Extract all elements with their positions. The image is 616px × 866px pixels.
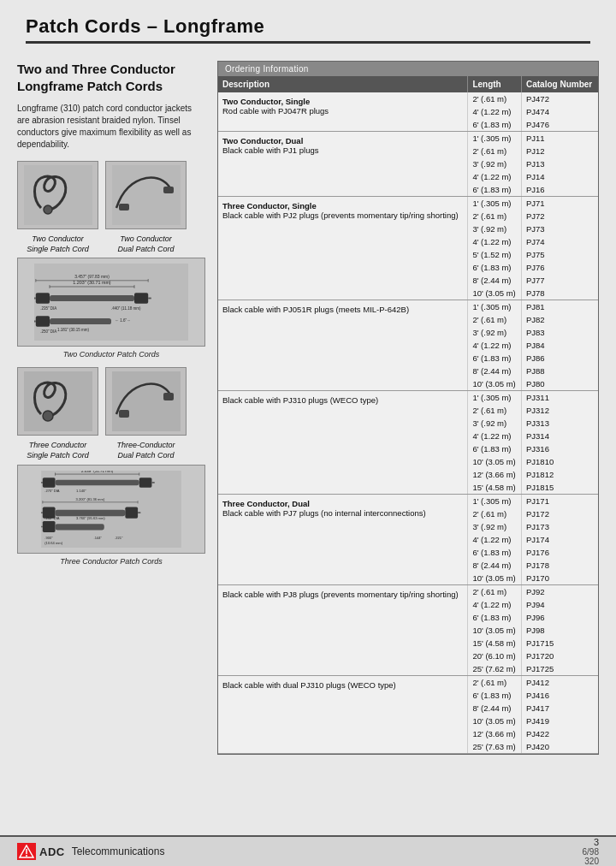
length-cell: 6' (1.83 m) bbox=[468, 183, 522, 197]
catalog-cell: PJ1720 bbox=[521, 650, 598, 662]
company-name: Telecommunications bbox=[72, 845, 165, 857]
length-cell: 1' (.305 m) bbox=[468, 495, 522, 508]
svg-rect-22 bbox=[50, 318, 111, 324]
logo-box bbox=[17, 843, 36, 860]
length-cell: 6' (1.83 m) bbox=[468, 689, 522, 702]
table-row: Black cable with PJ8 plugs (prevents mom… bbox=[218, 585, 598, 599]
catalog-cell: PJ1810 bbox=[521, 455, 598, 468]
length-cell: 2' (.61 m) bbox=[468, 404, 522, 417]
length-cell: 6' (1.83 m) bbox=[468, 261, 522, 274]
catalog-cell: PJ81 bbox=[521, 300, 598, 314]
length-cell: 2' (.61 m) bbox=[468, 210, 522, 222]
two-conductor-diagram-svg: 1.203" (30.71 mm) 3.457" (97.83 mm) .235… bbox=[30, 264, 192, 341]
svg-text:.270" DIA: .270" DIA bbox=[44, 488, 60, 492]
two-conductor-captions: Two ConductorSingle Patch Cord Two Condu… bbox=[17, 234, 205, 254]
catalog-cell: PJ78 bbox=[521, 287, 598, 300]
svg-rect-3 bbox=[163, 187, 174, 193]
svg-rect-8 bbox=[50, 295, 134, 301]
desc-cell: Black cable with PJ310 plugs (WECO type) bbox=[218, 391, 468, 495]
svg-rect-6 bbox=[36, 294, 50, 305]
svg-text:.250" DIA: .250" DIA bbox=[40, 329, 56, 334]
catalog-cell: PJ416 bbox=[521, 689, 598, 702]
length-cell: 4' (1.22 m) bbox=[468, 170, 522, 183]
svg-rect-35 bbox=[56, 479, 139, 485]
length-cell: 15' (4.58 m) bbox=[468, 481, 522, 495]
length-cell: 3' (.92 m) bbox=[468, 326, 522, 339]
desc-cell: Black cable with PJ8 plugs (prevents mom… bbox=[218, 585, 468, 676]
length-cell: 3' (.92 m) bbox=[468, 157, 522, 170]
ordering-info-table: Ordering Information Description Length … bbox=[217, 61, 599, 755]
two-conductor-single-image bbox=[17, 161, 98, 229]
length-cell: 10' (3.05 m) bbox=[468, 455, 522, 468]
coil-svg-3 bbox=[24, 371, 92, 431]
svg-text:(10.64 mm): (10.64 mm) bbox=[44, 541, 62, 545]
catalog-cell: PJ83 bbox=[521, 326, 598, 339]
length-cell: 20' (6.10 m) bbox=[468, 650, 522, 662]
catalog-cell: PJ71 bbox=[521, 197, 598, 211]
svg-text:.235" DIA: .235" DIA bbox=[40, 306, 56, 311]
catalog-cell: PJ72 bbox=[521, 210, 598, 222]
desc-plain: Rod cable with PJ047R plugs bbox=[222, 106, 329, 116]
catalog-cell: PJ14 bbox=[521, 170, 598, 183]
catalog-cell: PJ86 bbox=[521, 352, 598, 365]
catalog-cell: PJ88 bbox=[521, 365, 598, 377]
three-conductor-single-image bbox=[17, 367, 98, 436]
length-cell: 4' (1.22 m) bbox=[468, 598, 522, 611]
page: Patch Cords – Longframe Two and Three Co… bbox=[0, 0, 616, 866]
company-logo: ADC Telecommunications bbox=[17, 843, 164, 860]
svg-text:2.039" (51.71 mm): 2.039" (51.71 mm) bbox=[81, 471, 114, 473]
catalog-cell: PJ94 bbox=[521, 598, 598, 611]
svg-text:3.760" (95.63 mm): 3.760" (95.63 mm) bbox=[76, 516, 105, 520]
catalog-cell: PJ16 bbox=[521, 183, 598, 197]
length-cell: 25' (7.62 m) bbox=[468, 662, 522, 676]
desc-plain: Black cable with PJ1 plugs bbox=[222, 145, 318, 155]
three-conductor-dual-image bbox=[105, 367, 187, 436]
three-conductor-single-caption: Three ConductorSingle Patch Cord bbox=[17, 441, 98, 460]
table-row: Black cable with PJ051R plugs (meets MIL… bbox=[218, 300, 598, 314]
catalog-cell: PJ412 bbox=[521, 676, 598, 690]
catalog-cell: PJ311 bbox=[521, 391, 598, 405]
svg-text:.440" (11.18 mm): .440" (11.18 mm) bbox=[111, 306, 141, 311]
catalog-cell: PJ476 bbox=[521, 118, 598, 132]
catalog-cell: PJ96 bbox=[521, 611, 598, 624]
desc-plain: Black cable with PJ2 plugs (prevents mom… bbox=[222, 211, 459, 220]
length-cell: 6' (1.83 m) bbox=[468, 546, 522, 559]
length-cell: 4' (1.22 m) bbox=[468, 105, 522, 118]
header-rule bbox=[26, 41, 590, 44]
catalog-cell: PJ178 bbox=[521, 559, 598, 572]
two-conductor-images bbox=[17, 161, 205, 229]
three-conductor-diagram: 2.039" (51.71 mm) .270" DIA 1.140" .252"… bbox=[17, 465, 205, 554]
length-cell: 10' (3.05 m) bbox=[468, 715, 522, 727]
catalog-cell: PJ73 bbox=[521, 222, 598, 235]
three-conductor-images bbox=[17, 367, 205, 436]
ordering-table-header: Ordering Information bbox=[218, 62, 598, 76]
length-cell: 15' (4.58 m) bbox=[468, 637, 522, 650]
three-conductor-diagram-caption: Three Conductor Patch Cords bbox=[17, 557, 205, 566]
desc-plain: Black cable with PJ310 plugs (WECO type) bbox=[222, 395, 378, 405]
page-title: Patch Cords – Longframe bbox=[26, 15, 590, 38]
svg-text:1.203" (30.71 mm): 1.203" (30.71 mm) bbox=[73, 281, 111, 286]
length-cell: 10' (3.05 m) bbox=[468, 624, 522, 637]
length-cell: 1' (.305 m) bbox=[468, 300, 522, 314]
catalog-cell: PJ1812 bbox=[521, 468, 598, 481]
svg-text:3.457" (97.83 mm): 3.457" (97.83 mm) bbox=[74, 275, 110, 279]
catalog-cell: PJ76 bbox=[521, 261, 598, 274]
desc-bold: Two Conductor, Dual bbox=[222, 136, 303, 145]
catalog-cell: PJ173 bbox=[521, 520, 598, 533]
catalog-cell: PJ472 bbox=[521, 92, 598, 105]
catalog-cell: PJ92 bbox=[521, 585, 598, 599]
desc-bold: Two Conductor, Single bbox=[222, 97, 310, 106]
catalog-cell: PJ176 bbox=[521, 546, 598, 559]
table-row: Two Conductor, DualBlack cable with PJ1 … bbox=[218, 132, 598, 145]
desc-cell: Three Conductor, DualBlack cable with PJ… bbox=[218, 495, 468, 585]
svg-text:.221": .221" bbox=[115, 536, 123, 540]
length-cell: 8' (2.44 m) bbox=[468, 365, 522, 377]
product-title: Two and Three Conductor Longframe Patch … bbox=[17, 61, 205, 94]
length-cell: 4' (1.22 m) bbox=[468, 235, 522, 248]
catalog-cell: PJ170 bbox=[521, 572, 598, 585]
svg-rect-21 bbox=[36, 317, 50, 328]
length-cell: 2' (.61 m) bbox=[468, 585, 522, 599]
length-cell: 6' (1.83 m) bbox=[468, 442, 522, 455]
svg-text:← 1.6"→: ← 1.6"→ bbox=[116, 318, 131, 323]
coil-svg-4 bbox=[112, 371, 181, 431]
